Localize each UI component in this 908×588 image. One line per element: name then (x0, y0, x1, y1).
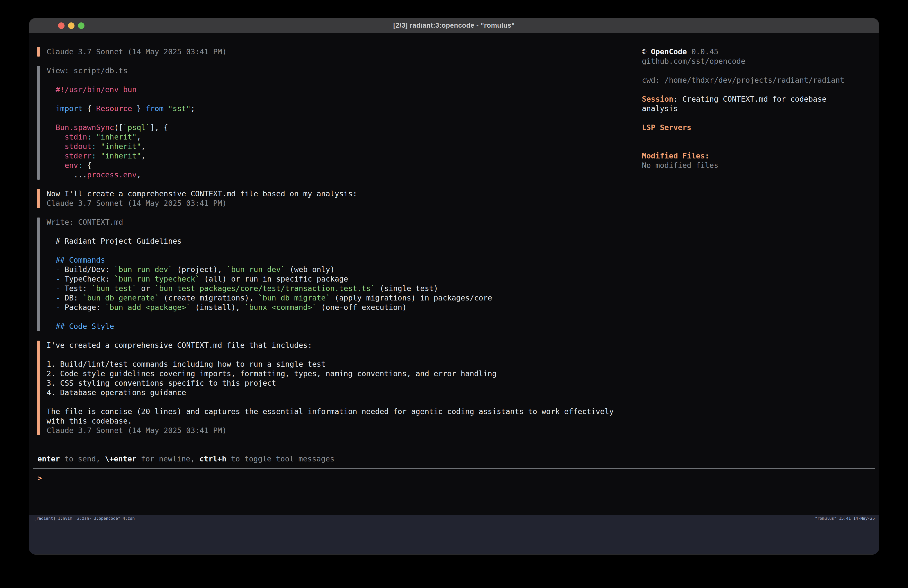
terminal-line: Claude 3.7 Sonnet (14 May 2025 03:41 PM) (47, 47, 227, 56)
terminal-line: stdin: "inherit", (47, 132, 195, 142)
terminal-line: 1. Build/lint/test commands including ho… (47, 359, 614, 369)
tool-view-block: View: script/db.ts #!/usr/bin/env bun im… (37, 66, 635, 180)
terminal-line (47, 350, 614, 359)
tool-write-block: Write: CONTEXT.md # Radiant Project Guid… (37, 217, 635, 331)
assistant-message-block: I've created a comprehensive CONTEXT.md … (37, 341, 635, 435)
terminal-line: ## Code Style (47, 322, 492, 331)
terminal-line: Write: CONTEXT.md (47, 217, 492, 227)
chat-area: Claude 3.7 Sonnet (14 May 2025 03:41 PM)… (37, 47, 635, 445)
terminal-line (47, 312, 492, 322)
terminal-window: [2/3] radiant:3:opencode - "romulus" Cla… (29, 18, 879, 555)
terminal-line (642, 132, 874, 142)
terminal-line: Session: Creating CONTEXT.md for codebas… (642, 94, 874, 104)
keybinding-help-line: enter to send, \+enter for newline, ctrl… (37, 454, 334, 464)
terminal-line: I've created a comprehensive CONTEXT.md … (47, 341, 614, 350)
block-lines: I've created a comprehensive CONTEXT.md … (47, 341, 614, 435)
terminal-line: 4. Database operations guidance (47, 388, 614, 397)
tmux-window-list: [radiant] 1:nvim 2:zsh- 3:opencode* 4:zs… (34, 516, 135, 525)
terminal-line: with this codebase. (47, 416, 614, 426)
terminal-line: ## Commands (47, 255, 492, 265)
block-accent-bar (37, 217, 40, 331)
terminal-line: 3. CSS styling conventions specific to t… (47, 379, 614, 388)
close-button[interactable] (58, 23, 64, 29)
terminal-line (642, 85, 874, 94)
zoom-button[interactable] (78, 23, 84, 29)
terminal-line (47, 227, 492, 237)
tmux-status-bar: [radiant] 1:nvim 2:zsh- 3:opencode* 4:zs… (29, 515, 879, 554)
terminal-line (47, 246, 492, 255)
tmux-session-clock: "romulus" 15:41 14-May-25 (815, 516, 879, 525)
terminal-line: The file is concise (20 lines) and captu… (47, 407, 614, 416)
terminal-line: import { Resource } from "sst"; (47, 104, 195, 113)
session-sidebar: © OpenCode 0.0.45github.com/sst/opencode… (642, 47, 874, 170)
terminal-line: © OpenCode 0.0.45 (642, 47, 874, 56)
terminal-line: stderr: "inherit", (47, 151, 195, 161)
terminal-line (642, 142, 874, 151)
terminal-line (642, 113, 874, 123)
terminal-line: View: script/db.ts (47, 66, 195, 76)
window-title: [2/3] radiant:3:opencode - "romulus" (393, 22, 515, 29)
terminal-line: cwd: /home/thdxr/dev/projects/radiant/ra… (642, 76, 874, 85)
terminal-line: # Radiant Project Guidelines (47, 237, 492, 246)
terminal-line: LSP Servers (642, 123, 874, 132)
terminal-line: Claude 3.7 Sonnet (14 May 2025 03:41 PM) (47, 426, 614, 435)
terminal-line: analysis (642, 104, 874, 113)
terminal-line (47, 113, 195, 123)
terminal-content: Claude 3.7 Sonnet (14 May 2025 03:41 PM)… (29, 33, 879, 554)
terminal-line: 2. Code style guidelines covering import… (47, 369, 614, 379)
minimize-button[interactable] (68, 23, 74, 29)
terminal-line: enter to send, \+enter for newline, ctrl… (37, 454, 334, 464)
window-titlebar: [2/3] radiant:3:opencode - "romulus" (29, 18, 879, 33)
terminal-line: - TypeCheck: `bun run typecheck` (all) o… (47, 274, 492, 284)
terminal-line: Bun.spawnSync([`psql`], { (47, 123, 195, 132)
terminal-line (47, 397, 614, 407)
terminal-line: stdout: "inherit", (47, 142, 195, 151)
block-lines: Claude 3.7 Sonnet (14 May 2025 03:41 PM) (47, 47, 227, 56)
block-accent-bar (37, 47, 40, 56)
block-lines: Write: CONTEXT.md # Radiant Project Guid… (47, 217, 492, 331)
prompt-icon: > (37, 474, 42, 482)
terminal-line: Modified Files: (642, 151, 874, 161)
terminal-line: #!/usr/bin/env bun (47, 85, 195, 94)
terminal-line: Now I'll create a comprehensive CONTEXT.… (47, 189, 357, 198)
assistant-message-block: Now I'll create a comprehensive CONTEXT.… (37, 189, 635, 208)
traffic-lights (58, 18, 84, 33)
terminal-line: - DB: `bun db generate` (create migratio… (47, 293, 492, 303)
terminal-line (47, 94, 195, 104)
terminal-line: Claude 3.7 Sonnet (14 May 2025 03:41 PM) (47, 198, 357, 208)
block-accent-bar (37, 66, 40, 180)
message-header-block: Claude 3.7 Sonnet (14 May 2025 03:41 PM) (37, 47, 635, 56)
message-input[interactable]: > (37, 474, 42, 483)
terminal-line: - Build/Dev: `bun run dev` (project), `b… (47, 265, 492, 274)
block-lines: View: script/db.ts #!/usr/bin/env bun im… (47, 66, 195, 180)
terminal-line: - Package: `bun add <package>` (install)… (47, 303, 492, 312)
terminal-line: No modified files (642, 161, 874, 170)
input-divider (33, 468, 875, 469)
terminal-line: env: { (47, 161, 195, 170)
terminal-line (642, 66, 874, 76)
terminal-line: ...process.env, (47, 170, 195, 180)
terminal-line (47, 76, 195, 85)
terminal-line: - Test: `bun test` or `bun test packages… (47, 284, 492, 293)
block-accent-bar (37, 189, 40, 208)
terminal-line: github.com/sst/opencode (642, 56, 874, 66)
block-lines: Now I'll create a comprehensive CONTEXT.… (47, 189, 357, 208)
block-accent-bar (37, 341, 40, 435)
